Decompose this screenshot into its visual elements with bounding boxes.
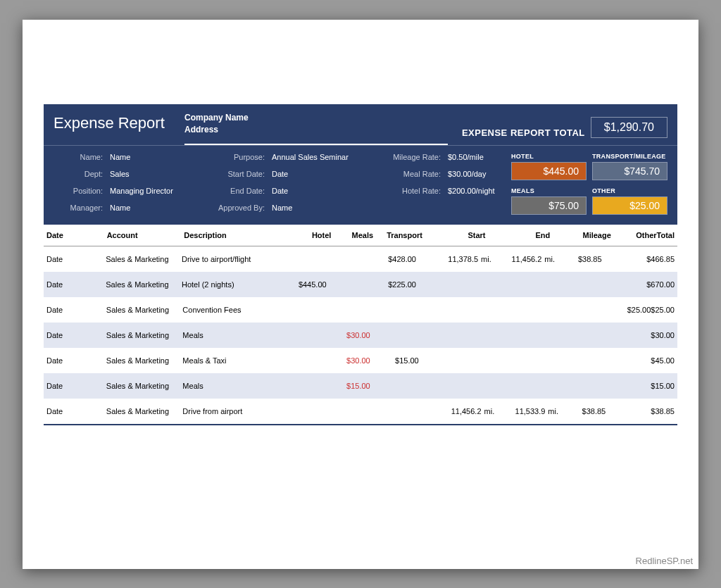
table-body: DateSales & MarketingDrive to airport/fl…	[44, 246, 677, 424]
cell-account: Sales & Marketing	[106, 280, 182, 289]
other-summary-label: OTHER	[592, 187, 667, 194]
col-mileage: Mileage	[572, 231, 611, 239]
cell-total: $670.00	[646, 280, 677, 289]
header-top-row: Expense Report Company Name Address EXPE…	[44, 104, 677, 146]
purpose-label: Purpose:	[215, 153, 272, 161]
cell-end-unit: mi.	[541, 255, 563, 263]
cell-end: 11,533.9	[503, 407, 545, 415]
cell-start: 11,456.2	[419, 407, 482, 415]
col-description: Description	[184, 231, 278, 239]
cell-description: Drive from airport	[182, 407, 276, 415]
cell-meals: $30.00	[329, 331, 370, 339]
approved-value: Name	[272, 204, 292, 212]
total-area: EXPENSE REPORT TOTAL $1,290.70	[462, 104, 677, 145]
table-row: DateSales & MarketingHotel (2 nights)$44…	[44, 272, 677, 297]
other-summary-value: $25.00	[592, 196, 667, 215]
cell-date: Date	[44, 306, 106, 314]
table-row: DateSales & MarketingDrive to airport/fl…	[44, 246, 677, 272]
cell-meals: $15.00	[329, 382, 370, 390]
col-account: Account	[107, 231, 184, 239]
company-area: Company Name Address	[184, 104, 448, 145]
col-date: Date	[44, 231, 107, 239]
company-name: Company Name	[184, 113, 448, 123]
document-page: Expense Report Company Name Address EXPE…	[23, 20, 698, 569]
table-row: DateSales & MarketingMeals & Taxi$30.00$…	[44, 348, 677, 373]
cell-total: $466.85	[646, 255, 677, 263]
end-date-value: Date	[272, 187, 288, 195]
cell-account: Sales & Marketing	[106, 407, 183, 415]
summary-boxes: HOTEL$445.00 TRANSPORT/MILEAGE$745.70 ME…	[511, 153, 667, 215]
cell-date: Date	[44, 356, 106, 365]
col-start: Start	[422, 231, 486, 239]
cell-total: $45.00	[651, 356, 677, 365]
cell-hotel: $445.00	[275, 280, 326, 289]
header-bottom-row: Name:Name Dept:Sales Position:Managing D…	[44, 146, 677, 225]
cell-other: $25.00	[606, 306, 651, 314]
meals-summary-value: $75.00	[511, 196, 587, 215]
table-row: DateSales & MarketingMeals$15.00$15.00	[44, 373, 677, 399]
name-value: Name	[110, 153, 130, 161]
cell-account: Sales & Marketing	[106, 356, 183, 365]
col-end: End	[508, 231, 550, 239]
table-row: DateSales & MarketingDrive from airport1…	[44, 399, 677, 424]
cell-start-unit: mi.	[482, 407, 504, 415]
table-end-rule	[44, 424, 677, 425]
cell-date: Date	[44, 382, 106, 390]
cell-account: Sales & Marketing	[106, 382, 183, 390]
hotel-rate-value: $200.00/night	[448, 187, 495, 195]
col-meals: Meals	[331, 231, 373, 239]
position-value: Managing Director	[110, 187, 173, 195]
cell-description: Meals	[182, 382, 276, 390]
cell-total: $30.00	[651, 331, 677, 339]
dept-label: Dept:	[54, 170, 110, 178]
hotel-summary-label: HOTEL	[511, 153, 587, 160]
manager-label: Manager:	[54, 204, 110, 212]
start-date-label: Start Date:	[215, 170, 272, 178]
cell-date: Date	[44, 255, 106, 263]
company-address: Address	[184, 125, 448, 135]
cell-description: Drive to airport/flight	[182, 255, 275, 263]
info-col-2: Purpose:Annual Sales Seminar Start Date:…	[215, 153, 377, 215]
cell-description: Convention Fees	[182, 306, 276, 314]
cell-meals: $30.00	[329, 356, 370, 365]
cell-date: Date	[44, 280, 106, 289]
col-transport: Transport	[373, 231, 422, 239]
cell-description: Meals	[182, 331, 276, 339]
cell-end-unit: mi.	[545, 407, 568, 415]
transport-summary-label: TRANSPORT/MILEAGE	[592, 153, 667, 160]
name-label: Name:	[54, 153, 110, 161]
table-row: DateSales & MarketingConvention Fees$25.…	[44, 297, 677, 323]
cell-transport: $15.00	[370, 356, 419, 365]
meal-rate-value: $30.00/day	[448, 170, 486, 178]
position-label: Position:	[54, 187, 110, 195]
cell-account: Sales & Marketing	[106, 306, 183, 314]
cell-description: Hotel (2 nights)	[182, 280, 275, 289]
purpose-value: Annual Sales Seminar	[272, 153, 349, 161]
table-row: DateSales & MarketingMeals$30.00$30.00	[44, 323, 677, 348]
cell-date: Date	[44, 331, 106, 339]
info-col-3: Mileage Rate:$0.50/mile Meal Rate:$30.00…	[377, 153, 511, 215]
col-total: Total	[657, 231, 677, 239]
cell-description: Meals & Taxi	[182, 356, 276, 365]
manager-value: Name	[110, 204, 130, 212]
cell-mileage: $38.85	[564, 255, 602, 263]
info-col-1: Name:Name Dept:Sales Position:Managing D…	[54, 153, 215, 215]
report-title: Expense Report	[54, 114, 184, 132]
cell-total: $38.85	[651, 407, 677, 415]
report-header: Expense Report Company Name Address EXPE…	[44, 104, 677, 225]
col-other: Other	[611, 231, 657, 239]
dept-value: Sales	[110, 170, 130, 178]
mileage-rate-value: $0.50/mile	[448, 153, 484, 161]
cell-account: Sales & Marketing	[106, 255, 182, 263]
cell-start-unit: mi.	[478, 255, 500, 263]
mileage-rate-label: Mileage Rate:	[377, 153, 448, 161]
transport-summary-value: $745.70	[592, 162, 667, 180]
total-value: $1,290.70	[591, 117, 667, 138]
cell-end: 11,456.2	[501, 255, 542, 263]
end-date-label: End Date:	[215, 187, 272, 195]
meals-summary-label: MEALS	[511, 187, 587, 194]
title-area: Expense Report	[44, 104, 184, 145]
cell-total: $25.00	[651, 306, 677, 314]
hotel-rate-label: Hotel Rate:	[377, 187, 448, 195]
hotel-summary-value: $445.00	[511, 162, 587, 180]
